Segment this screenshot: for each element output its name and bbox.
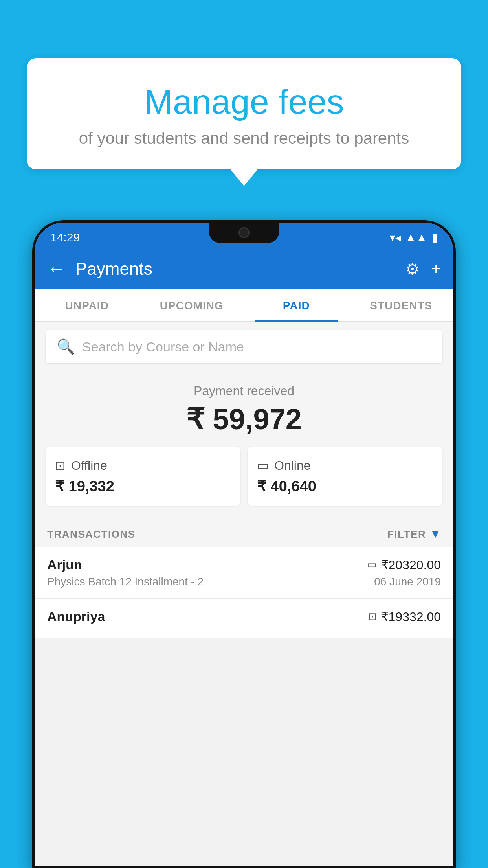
- back-button[interactable]: ←: [47, 259, 66, 278]
- tab-upcoming[interactable]: UPCOMING: [139, 289, 244, 321]
- battery-icon: ▮: [432, 231, 438, 244]
- tabs-bar: UNPAID UPCOMING PAID STUDENTS: [35, 289, 453, 322]
- phone-frame: 14:29 ▾◂ ▲▲ ▮ ← Payments ⚙ + UNPAID UPCO…: [32, 220, 456, 868]
- phone-notch: [209, 223, 279, 243]
- app-bar-actions: ⚙ +: [405, 259, 441, 279]
- transaction-amount-2: ₹19332.00: [381, 609, 441, 624]
- online-amount: ₹ 40,640: [257, 478, 433, 495]
- search-icon: 🔍: [57, 338, 75, 355]
- online-icon: ▭: [257, 458, 269, 473]
- settings-button[interactable]: ⚙: [405, 259, 420, 279]
- online-card: ▭ Online ₹ 40,640: [248, 447, 442, 506]
- transaction-date: 06 June 2019: [374, 576, 441, 588]
- signal-icon: ▲▲: [405, 231, 427, 244]
- status-time: 14:29: [50, 231, 80, 244]
- app-bar: ← Payments ⚙ +: [35, 249, 453, 289]
- filter-button[interactable]: FILTER ▼: [387, 528, 441, 541]
- tab-students[interactable]: STUDENTS: [349, 289, 454, 321]
- search-container: 🔍 Search by Course or Name: [35, 322, 453, 372]
- wifi-icon: ▾◂: [390, 231, 401, 244]
- offline-amount: ₹ 19,332: [55, 478, 231, 495]
- search-box[interactable]: 🔍 Search by Course or Name: [46, 330, 442, 363]
- transaction-name-2: Anupriya: [47, 609, 105, 624]
- payment-cards: ⊡ Offline ₹ 19,332 ▭ Online ₹ 40,640: [46, 447, 442, 506]
- app-title: Payments: [75, 259, 396, 279]
- transaction-amount: ₹20320.00: [381, 557, 441, 572]
- online-label: Online: [274, 458, 311, 473]
- card-icon: ▭: [367, 559, 377, 571]
- add-button[interactable]: +: [431, 259, 441, 278]
- search-placeholder: Search by Course or Name: [82, 339, 244, 355]
- payment-summary: Payment received ₹ 59,972 ⊡ Offline ₹ 19…: [35, 372, 453, 517]
- speech-bubble: Manage fees of your students and send re…: [27, 58, 461, 169]
- status-icons: ▾◂ ▲▲ ▮: [390, 231, 438, 244]
- transactions-header: TRANSACTIONS FILTER ▼: [35, 517, 453, 547]
- payment-total-amount: ₹ 59,972: [46, 402, 442, 436]
- filter-label: FILTER: [387, 528, 426, 541]
- offline-card: ⊡ Offline ₹ 19,332: [46, 447, 240, 506]
- transactions-label: TRANSACTIONS: [47, 528, 136, 541]
- tab-unpaid[interactable]: UNPAID: [35, 289, 139, 321]
- phone-screen: 14:29 ▾◂ ▲▲ ▮ ← Payments ⚙ + UNPAID UPCO…: [35, 223, 453, 866]
- transaction-amount-wrap-2: ⊡ ₹19332.00: [368, 609, 441, 624]
- camera: [238, 227, 250, 238]
- speech-bubble-heading: Manage fees: [46, 82, 442, 122]
- transaction-name: Arjun: [47, 557, 82, 572]
- transaction-row: Anupriya ⊡ ₹19332.00: [35, 599, 453, 638]
- filter-icon: ▼: [430, 528, 441, 541]
- cash-icon: ⊡: [368, 611, 377, 623]
- payment-received-label: Payment received: [46, 384, 442, 398]
- offline-label: Offline: [71, 458, 107, 473]
- offline-icon: ⊡: [55, 458, 66, 473]
- tab-paid[interactable]: PAID: [244, 289, 349, 321]
- transaction-row: Arjun ▭ ₹20320.00 Physics Batch 12 Insta…: [35, 547, 453, 599]
- transaction-list: Arjun ▭ ₹20320.00 Physics Batch 12 Insta…: [35, 547, 453, 638]
- speech-bubble-subtext: of your students and send receipts to pa…: [46, 129, 442, 148]
- transaction-course: Physics Batch 12 Installment - 2: [47, 576, 204, 588]
- transaction-amount-wrap: ▭ ₹20320.00: [367, 557, 441, 572]
